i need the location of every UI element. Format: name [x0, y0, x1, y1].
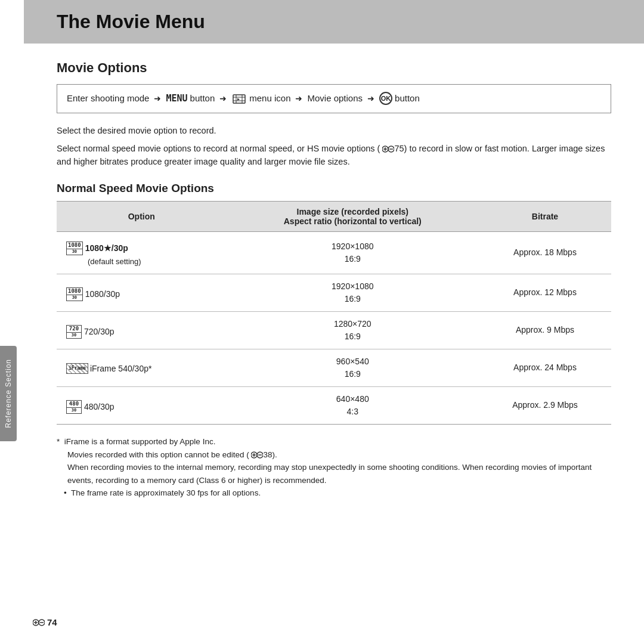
bitrate-cell-2: Approx. 9 Mbps	[479, 311, 611, 349]
image-size-cell-2: 1280×72016:9	[227, 311, 479, 349]
movie-options-table: Option Image size (recorded pixels)Aspec…	[57, 201, 611, 425]
table-row: 1080 30 1080★/30p (default setting)1920×…	[57, 231, 611, 274]
arrow-3: ➜	[295, 92, 302, 105]
title-bar: The Movie Menu	[24, 0, 644, 44]
side-tab-label: Reference Section	[4, 359, 13, 428]
nav-text-enter: Enter shooting mode	[67, 92, 149, 106]
option-cell-2: 720 30 720/30p	[57, 311, 227, 349]
table-row: 480 30 480/30p 640×4804:3Approx. 2.9 Mbp…	[57, 386, 611, 424]
footnote-section: * iFrame is a format supported by Apple …	[57, 435, 611, 500]
svg-text:▶: ▶	[237, 97, 240, 101]
table-row: iFrame iFrame 540/30p* 960×54016:9Approx…	[57, 349, 611, 386]
footnote-line3: When recording movies to the internal me…	[67, 461, 611, 487]
table-row: 1080 30 1080/30p 1920×108016:9Approx. 12…	[57, 274, 611, 311]
image-size-cell-4: 640×4804:3	[227, 386, 479, 424]
normal-speed-heading: Normal Speed Movie Options	[57, 182, 611, 195]
navigation-instruction-box: Enter shooting mode ➜ MENU button ➜ ▶ me…	[57, 84, 611, 113]
option-cell-1: 1080 30 1080/30p	[57, 274, 227, 311]
arrow-4: ➜	[367, 92, 374, 105]
option-cell-0: 1080 30 1080★/30p (default setting)	[57, 231, 227, 274]
nav-text-button1: button	[190, 92, 215, 106]
col-header-image-size: Image size (recorded pixels)Aspect ratio…	[227, 201, 479, 231]
body-text-2: Select normal speed movie options to rec…	[57, 142, 611, 169]
bitrate-cell-1: Approx. 12 Mbps	[479, 274, 611, 311]
col-header-bitrate: Bitrate	[479, 201, 611, 231]
nav-text-button2: button	[395, 92, 420, 106]
ok-button-icon: OK	[379, 92, 392, 105]
body-text-1: Select the desired movie option to recor…	[57, 124, 611, 137]
main-content: The Movie Menu Movie Options Enter shoot…	[24, 0, 644, 644]
nav-movie-icon: ▶	[231, 92, 247, 106]
image-size-cell-0: 1920×108016:9	[227, 231, 479, 274]
side-tab: Reference Section	[0, 346, 17, 441]
table-row: 720 30 720/30p 1280×72016:9Approx. 9 Mbp…	[57, 311, 611, 349]
col-header-option: Option	[57, 201, 227, 231]
page-number-value: 74	[47, 617, 57, 627]
page-number: 74	[33, 617, 57, 627]
arrow-1: ➜	[154, 92, 161, 105]
arrow-2: ➜	[219, 92, 227, 105]
option-cell-3: iFrame iFrame 540/30p*	[57, 349, 227, 386]
option-cell-4: 480 30 480/30p	[57, 386, 227, 424]
footnote-asterisk-line1: * iFrame is a format supported by Apple …	[57, 435, 611, 448]
nav-text-menu-icon: menu icon	[249, 92, 290, 106]
bitrate-cell-4: Approx. 2.9 Mbps	[479, 386, 611, 424]
page-title: The Movie Menu	[57, 11, 611, 33]
bitrate-cell-3: Approx. 24 Mbps	[479, 349, 611, 386]
bitrate-cell-0: Approx. 18 Mbps	[479, 231, 611, 274]
image-size-cell-1: 1920×108016:9	[227, 274, 479, 311]
footnote-line2: Movies recorded with this option cannot …	[67, 448, 611, 462]
nav-menu-button: MENU	[166, 92, 187, 106]
footnote-bullet: • The frame rate is approximately 30 fps…	[64, 487, 611, 500]
image-size-cell-3: 960×54016:9	[227, 349, 479, 386]
movie-options-heading: Movie Options	[57, 60, 611, 76]
nav-movie-options-text: Movie options	[307, 92, 363, 106]
